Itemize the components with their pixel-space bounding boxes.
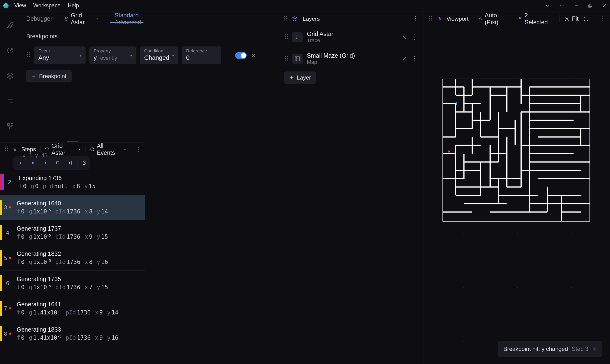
add-layer-button[interactable]: Layer bbox=[284, 71, 316, 84]
step-meta: f0 g1x10-5 pId1736 x8 y14 bbox=[17, 208, 141, 215]
breakpoint-toggle[interactable] bbox=[235, 52, 247, 59]
drag-handle-icon[interactable]: ⠿ bbox=[4, 145, 8, 153]
svg-rect-43 bbox=[71, 161, 72, 164]
play-button[interactable] bbox=[28, 158, 38, 168]
resize-handle[interactable] bbox=[67, 141, 78, 142]
fit-button[interactable]: Fit bbox=[565, 15, 579, 22]
steps-filter-chip[interactable]: All Events bbox=[90, 143, 127, 156]
event-field[interactable]: Event Any ▾ bbox=[34, 46, 86, 64]
layer-title: Small Maze (Grid) bbox=[307, 52, 397, 59]
chevron-down-icon bbox=[551, 17, 554, 21]
algorithm-chip[interactable]: Grid Astar bbox=[64, 12, 98, 26]
drag-handle-icon[interactable]: ⠿ bbox=[284, 55, 288, 63]
more-icon[interactable]: ⋮ bbox=[411, 55, 417, 62]
drag-handle-icon[interactable]: ⠿ bbox=[283, 15, 287, 23]
step-row[interactable]: 4 Generating 1737 f0 g1x10-5 pId1736 x9 … bbox=[0, 220, 145, 245]
current-step-input[interactable] bbox=[77, 160, 88, 166]
step-forward-button[interactable] bbox=[40, 158, 51, 168]
caret-icon: ▾ bbox=[79, 53, 82, 58]
layer-subtitle: Map bbox=[307, 59, 397, 65]
property-field[interactable]: Property y event.y ▾ bbox=[89, 46, 136, 64]
selection-label: 2 Selected bbox=[525, 12, 549, 26]
step-number: 7 bbox=[2, 305, 13, 312]
current-marker bbox=[448, 151, 450, 153]
step-title: Generating 1833 bbox=[17, 326, 141, 333]
add-breakpoint-button[interactable]: Breakpoint bbox=[26, 70, 72, 82]
remove-breakpoint-icon[interactable] bbox=[250, 53, 256, 58]
minimize-icon[interactable] bbox=[574, 4, 579, 8]
condition-value: Changed bbox=[144, 54, 169, 61]
activity-layers[interactable] bbox=[4, 69, 17, 82]
svg-marker-25 bbox=[293, 16, 297, 19]
svg-marker-42 bbox=[69, 161, 71, 164]
step-number: 4 bbox=[2, 229, 13, 236]
steps-list[interactable]: 2 Expanding 1736 f0 g0 pIdnull x8 y15 3 … bbox=[0, 169, 145, 364]
activity-rocket[interactable] bbox=[4, 19, 17, 32]
activity-steps[interactable] bbox=[4, 94, 17, 108]
viewport-panel: ⠿ Viewport Auto (Pixi) 2 Selected bbox=[423, 12, 610, 364]
event-label: Event bbox=[38, 48, 81, 54]
step-title: Generating 1832 bbox=[17, 250, 141, 257]
close-icon[interactable] bbox=[602, 3, 607, 8]
step-row[interactable]: 3 Generating 1640 f0 g1x10-5 pId1736 x8 … bbox=[0, 195, 145, 220]
more-icon[interactable]: ⋮ bbox=[411, 33, 417, 41]
stop-button[interactable] bbox=[52, 158, 63, 168]
step-title: Generating 1640 bbox=[17, 200, 141, 207]
step-back-button[interactable] bbox=[15, 158, 26, 168]
step-row[interactable]: 6 Generating 1735 f0 g1x10-5 pId1736 x7 … bbox=[0, 271, 145, 296]
maximize-icon[interactable] bbox=[588, 4, 592, 8]
step-row[interactable]: 7 Generating 1641 f0 g1.41x10-5 pId1736 … bbox=[0, 296, 145, 321]
viewport-canvas[interactable]: Breakpoint hit: y changed Step 3 bbox=[423, 26, 610, 364]
condition-field[interactable]: Condition Changed ▾ bbox=[140, 46, 178, 64]
renderer-label: Auto (Pixi) bbox=[485, 12, 503, 26]
step-title: Expanding 1736 bbox=[19, 175, 141, 182]
property-sub: event.y bbox=[100, 55, 117, 61]
step-meta: f0 g1x10-5 pId1736 x8 y16 bbox=[17, 259, 141, 265]
close-layer-icon[interactable] bbox=[402, 56, 407, 62]
renderer-chip[interactable]: Auto (Pixi) bbox=[479, 12, 507, 26]
app-logo bbox=[3, 3, 9, 8]
menu-help[interactable]: Help bbox=[68, 2, 79, 9]
layer-row[interactable]: ⠿ Grid Astar Trace ⋮ bbox=[278, 26, 423, 48]
toast-step: Step 3 bbox=[572, 346, 588, 352]
step-row[interactable]: 5 Generating 1832 f0 g1x10-5 pId1736 x8 … bbox=[0, 245, 145, 271]
svg-rect-11 bbox=[9, 127, 11, 129]
activity-graph[interactable] bbox=[4, 120, 17, 133]
divider bbox=[40, 146, 40, 153]
divider bbox=[86, 146, 86, 153]
layers-icon bbox=[292, 16, 297, 21]
reference-label: Reference bbox=[186, 48, 217, 54]
reference-field[interactable]: Reference 0 bbox=[182, 46, 221, 64]
step-title: Generating 1735 bbox=[17, 276, 141, 283]
drag-handle-icon[interactable]: ⠿ bbox=[284, 33, 288, 41]
caret-icon: ▾ bbox=[130, 53, 132, 58]
steps-algorithm-chip[interactable]: Grid Astar bbox=[45, 143, 81, 156]
step-row[interactable]: 2 Expanding 1736 f0 g0 pIdnull x8 y15 bbox=[0, 169, 145, 195]
layer-row[interactable]: ⠿ Small Maze (Grid) Map ⋮ bbox=[278, 48, 423, 70]
selection-chip[interactable]: 2 Selected bbox=[518, 12, 554, 26]
svg-point-48 bbox=[567, 18, 568, 19]
close-toast-icon[interactable] bbox=[592, 347, 597, 351]
close-layer-icon[interactable] bbox=[402, 35, 407, 40]
more-icon[interactable]: ⋯ bbox=[559, 3, 565, 9]
menu-view[interactable]: View bbox=[14, 2, 26, 9]
tab-advanced[interactable]: Advanced bbox=[110, 15, 146, 29]
chevron-down-icon[interactable] bbox=[545, 3, 550, 8]
activity-target[interactable] bbox=[4, 44, 17, 57]
step-meta: f0 g1.41x10-5 pId1736 x9 y14 bbox=[17, 309, 141, 316]
drag-handle-icon[interactable]: ⠿ bbox=[26, 52, 30, 59]
step-row[interactable]: 8 Generating 1833 f0 g1.41x10-5 pId1736 … bbox=[0, 321, 145, 346]
more-icon[interactable]: ⋮ bbox=[599, 15, 605, 22]
more-icon[interactable]: ⋮ bbox=[412, 15, 418, 22]
svg-marker-20 bbox=[64, 17, 68, 19]
drag-handle-icon[interactable]: ⠿ bbox=[428, 15, 432, 23]
skip-end-button[interactable] bbox=[65, 158, 75, 168]
viewport-header-label: Viewport bbox=[446, 15, 468, 22]
divider bbox=[474, 15, 474, 22]
more-icon[interactable]: ⋮ bbox=[135, 146, 141, 153]
fullscreen-button[interactable] bbox=[584, 16, 589, 21]
layer-title: Grid Astar bbox=[307, 30, 397, 37]
add-breakpoint-label: Breakpoint bbox=[39, 73, 66, 79]
menu-workspace[interactable]: Workspace bbox=[33, 2, 61, 9]
steps-filter-label: All Events bbox=[97, 143, 121, 156]
